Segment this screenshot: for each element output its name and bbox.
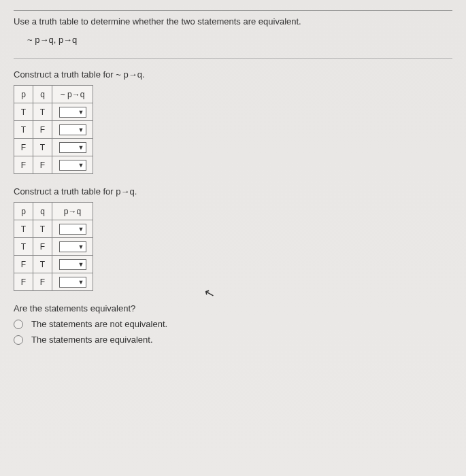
option-label: The statements are not equivalent.: [31, 319, 167, 329]
table2-dropdown[interactable]: ▼: [59, 277, 86, 288]
table2-dropdown[interactable]: ▼: [59, 241, 86, 252]
table1-header-result: ~ p→q: [52, 86, 93, 103]
table2-cell-p: F: [14, 273, 33, 291]
radio-icon[interactable]: [14, 335, 23, 345]
table2-dropdown[interactable]: ▼: [59, 259, 86, 270]
horizontal-divider: [14, 58, 452, 59]
table1-cell-p: F: [14, 156, 33, 174]
table1-cell-q: F: [33, 121, 52, 139]
table2-cell-p: T: [14, 220, 33, 238]
expression-text: ~ p→q, p→q: [27, 35, 452, 45]
table2-cell-q: F: [33, 273, 52, 291]
table2-cell-q: T: [33, 220, 52, 238]
table2-header-p: p: [14, 203, 33, 220]
table2-header-result: p→q: [52, 203, 93, 220]
table1-dropdown[interactable]: ▼: [59, 124, 86, 135]
table2-cell-q: F: [33, 238, 52, 256]
table2-cell-p: F: [14, 256, 33, 273]
table2-cell-q: T: [33, 256, 52, 273]
table1-header-q: q: [33, 86, 52, 103]
radio-icon[interactable]: [14, 320, 23, 329]
table1-cell-p: F: [14, 139, 33, 156]
option-label: The statements are equivalent.: [31, 335, 153, 345]
table1-cell-q: F: [33, 156, 52, 174]
question-text: Use a truth table to determine whether t…: [14, 16, 452, 27]
table1-cell-p: T: [14, 103, 33, 121]
answer-prompt: Are the statements equivalent?: [14, 303, 452, 313]
option-equivalent[interactable]: The statements are equivalent.: [14, 335, 452, 345]
table2-dropdown[interactable]: ▼: [59, 224, 86, 235]
truth-table-1: p q ~ p→q T T ▼ T F ▼ F T ▼ F F ▼: [14, 85, 93, 174]
section1-label: Construct a truth table for ~ p→q.: [14, 69, 452, 80]
table1-dropdown[interactable]: ▼: [59, 142, 86, 153]
truth-table-2: p q p→q T T ▼ T F ▼ F T ▼ F F ▼: [14, 202, 93, 291]
section2-label: Construct a truth table for p→q.: [14, 186, 452, 197]
table1-cell-p: T: [14, 121, 33, 139]
table1-header-p: p: [14, 86, 33, 103]
table1-dropdown[interactable]: ▼: [59, 107, 86, 118]
table1-cell-q: T: [33, 103, 52, 121]
table2-header-q: q: [33, 203, 52, 220]
table1-dropdown[interactable]: ▼: [59, 160, 86, 171]
table2-cell-p: T: [14, 238, 33, 256]
table1-cell-q: T: [33, 139, 52, 156]
option-not-equivalent[interactable]: The statements are not equivalent.: [14, 319, 452, 329]
